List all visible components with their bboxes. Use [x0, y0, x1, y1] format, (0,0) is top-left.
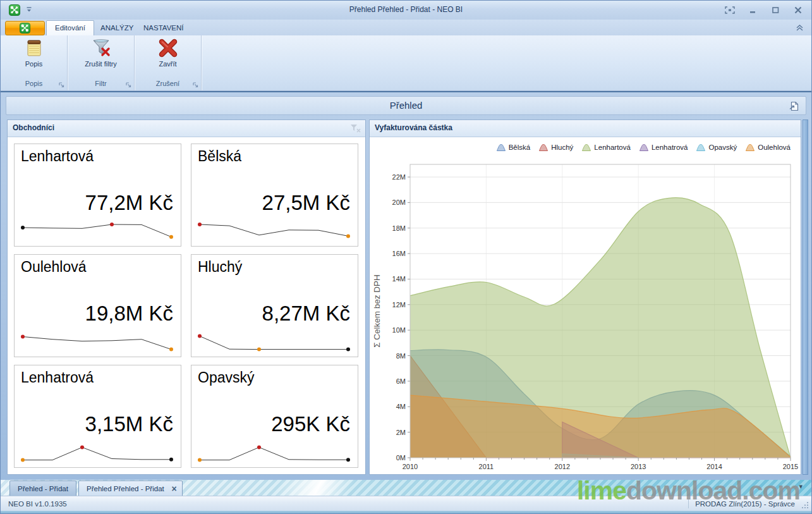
salesperson-card[interactable]: Opavský295K Kč [191, 365, 358, 468]
svg-text:2013: 2013 [631, 463, 646, 470]
content-area: Přehled Obchodníci Lenhartová77,2M KčBěl… [1, 91, 811, 480]
legend-item[interactable]: Opavský [696, 143, 737, 152]
zrusit-filtry-button-label: Zrušit filtry [68, 60, 134, 68]
salesperson-card[interactable]: Bělská27,5M Kč [191, 144, 358, 247]
zrusit-filtry-button[interactable]: Zrušit filtry [68, 38, 134, 68]
application-menu-button[interactable] [5, 21, 45, 35]
legend-label: Lenhartová [594, 144, 631, 151]
fullscreen-button[interactable] [723, 5, 737, 15]
document-tabstrip: Přehled - Přidat Přehled Přehled - Přida… [1, 480, 811, 496]
card-amount-value: 3,15M Kč [85, 412, 173, 436]
filter-clear-icon[interactable] [350, 124, 361, 133]
minimize-button[interactable] [746, 5, 760, 15]
legend-item[interactable]: Hluchý [538, 143, 573, 152]
legend-label: Bělská [509, 144, 531, 151]
salesperson-card[interactable]: Lenhartová77,2M Kč [14, 144, 181, 247]
area-chart: 0M2M4M6M8M10M12M14M16M18M20M22M201020112… [370, 158, 802, 475]
ribbon-group-label: Filtr [68, 78, 134, 89]
tabstrip-dropdown-icon[interactable]: ▾ [799, 482, 803, 491]
clear-filter-icon [91, 38, 111, 58]
svg-text:18M: 18M [392, 224, 406, 232]
red-cross-icon [158, 38, 178, 58]
statusbar-separator [688, 499, 689, 508]
panel-title: Obchodníci [13, 123, 54, 132]
card-amount-value: 77,2M Kč [85, 191, 173, 215]
legend-item[interactable]: Oulehlová [745, 143, 791, 152]
invoiced-amount-panel: Vyfakturována částka BělskáHluchýLenhart… [369, 119, 801, 475]
svg-text:8M: 8M [396, 352, 406, 360]
panel-title: Vyfakturována částka [375, 123, 452, 132]
ribbon-collapse-icon[interactable] [796, 25, 804, 31]
kpi-cards-grid: Lenhartová77,2M KčBělská27,5M KčOulehlov… [8, 137, 365, 474]
app-window: Přehled Přehled - Přidat - NEO BI [0, 0, 812, 514]
doc-tab-prehled-prehled-pridat[interactable]: Přehled Přehled - Přidat × [78, 480, 183, 496]
tab-close-icon[interactable]: × [172, 481, 177, 496]
card-salesperson-name: Opavský [198, 369, 254, 386]
close-button[interactable] [791, 5, 805, 15]
svg-text:22M: 22M [392, 173, 406, 181]
salespeople-panel-header: Obchodníci [8, 120, 365, 137]
ribbon-group-label: Zrušení [135, 78, 201, 89]
card-salesperson-name: Bělská [198, 148, 241, 165]
card-amount-value: 19,8M Kč [85, 302, 173, 326]
zavrit-button-label: Zavřít [135, 60, 201, 68]
sparkline [197, 441, 351, 464]
svg-text:12M: 12M [392, 301, 406, 309]
legend-item[interactable]: Lenhatrová [639, 143, 688, 152]
export-button[interactable] [787, 99, 801, 113]
ribbon-tab-analyzy[interactable]: ANALÝZY [92, 21, 142, 35]
doc-tab-label: Přehled - Přidat [18, 485, 68, 493]
legend-label: Opavský [708, 144, 737, 151]
zavrit-button[interactable]: Zavřít [135, 38, 201, 68]
salesperson-card[interactable]: Oulehlová19,8M Kč [14, 254, 181, 357]
svg-text:0M: 0M [396, 454, 406, 462]
panel-splitter[interactable] [803, 119, 808, 475]
ribbon-tab-editovani[interactable]: Editování [46, 20, 94, 35]
svg-text:2010: 2010 [403, 463, 418, 470]
dialog-launcher-icon[interactable] [193, 82, 198, 88]
legend-area-icon [538, 143, 548, 152]
popis-button[interactable]: Popis [1, 38, 67, 68]
dialog-launcher-icon[interactable] [126, 82, 131, 88]
salesperson-card[interactable]: Hluchý8,27M Kč [191, 254, 358, 357]
chart-panel-header: Vyfakturována částka [370, 120, 801, 137]
legend-label: Lenhatrová [651, 144, 688, 151]
sparkline [197, 331, 351, 353]
sparkline [20, 331, 174, 353]
notepad-icon [24, 38, 44, 58]
svg-text:2M: 2M [396, 429, 406, 436]
legend-label: Hluchý [551, 144, 573, 151]
ribbon-group-filtr: Zrušit filtry Filtr [68, 35, 135, 90]
salesperson-card[interactable]: Lenhatrová3,15M Kč [14, 365, 181, 468]
ribbon-group-label: Popis [1, 78, 67, 89]
chart-legend: BělskáHluchýLenhartováLenhatrováOpavskýO… [370, 137, 801, 158]
legend-label: Oulehlová [758, 144, 791, 151]
card-salesperson-name: Hluchý [198, 259, 242, 276]
sparkline [20, 220, 174, 243]
app-version-text: NEO BI v1.0.1935 [8, 500, 67, 508]
restore-button[interactable] [768, 5, 782, 15]
card-amount-value: 295K Kč [271, 412, 350, 436]
legend-item[interactable]: Lenhartová [581, 143, 631, 152]
legend-item[interactable]: Bělská [496, 143, 531, 152]
doc-tab-prehled-pridat[interactable]: Přehled - Přidat [9, 480, 76, 496]
popis-button-label: Popis [1, 60, 67, 68]
status-user-text: PRODAG Zlín(2015) - Správce [695, 500, 795, 508]
dialog-launcher-icon[interactable] [59, 82, 64, 88]
window-bottom-edge [1, 511, 811, 514]
sparkline [197, 220, 351, 243]
ribbon-group-zruseni: Zavřít Zrušení [135, 35, 202, 90]
card-amount-value: 27,5M Kč [262, 191, 350, 215]
resize-grip[interactable] [801, 501, 809, 509]
y-axis-title: Σ Celkem bez DPH [372, 274, 382, 348]
app-logo-icon [20, 23, 30, 34]
ribbon-tab-row: Editování ANALÝZY NASTAVENÍ [1, 20, 811, 35]
salespeople-panel: Obchodníci Lenhartová77,2M KčBělská27,5M… [7, 119, 366, 475]
ribbon-tab-nastaveni[interactable]: NASTAVENÍ [135, 21, 191, 35]
ribbon-group-popis: Popis Popis [1, 35, 68, 90]
status-bar: NEO BI v1.0.1935 PRODAG Zlín(2015) - Spr… [1, 496, 811, 511]
legend-area-icon [496, 143, 506, 152]
legend-area-icon [745, 143, 755, 152]
svg-text:4M: 4M [396, 403, 406, 410]
ribbon: Popis Popis Zrušit filtry Filtr [1, 35, 811, 91]
